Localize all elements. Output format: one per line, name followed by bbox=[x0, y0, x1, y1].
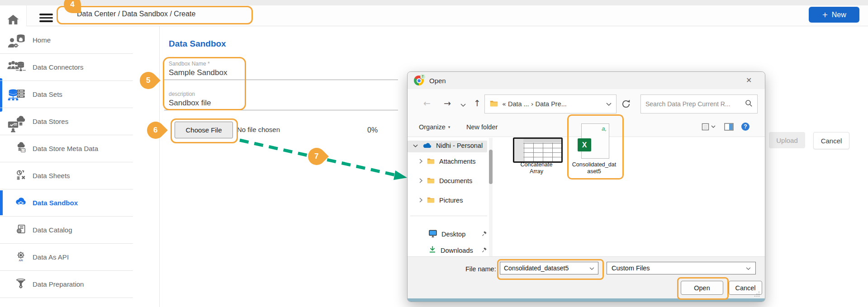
sidebar-item-data-sandbox[interactable]: Data Sandbox bbox=[0, 189, 133, 217]
data-sets-icon bbox=[15, 88, 27, 101]
tree-item-onedrive[interactable]: Nidhi - Personal bbox=[413, 141, 483, 150]
folder-icon bbox=[427, 196, 435, 205]
address-separator: › bbox=[531, 100, 534, 108]
cancel-button[interactable]: Cancel bbox=[813, 132, 849, 149]
refresh-icon[interactable] bbox=[621, 99, 631, 111]
excel-x-glyph: X bbox=[582, 141, 587, 149]
filetype-select[interactable]: Custom Files bbox=[607, 262, 756, 274]
file-label-line: Consolidated_dat bbox=[566, 161, 622, 168]
data-catalog-icon bbox=[15, 223, 27, 236]
sidebar-label: Data Sheets bbox=[33, 172, 70, 179]
sidebar-item-home[interactable]: Home bbox=[0, 27, 133, 54]
data-connectors-icon bbox=[15, 61, 27, 74]
sidebar-item-data-catalog[interactable]: Data Catalog bbox=[0, 217, 133, 244]
sidebar-label: Data Store Meta Data bbox=[33, 145, 98, 152]
sidebar-label: Data Sandbox bbox=[33, 199, 78, 207]
chevron-down-icon bbox=[746, 264, 751, 272]
tree-scrollbar-thumb[interactable] bbox=[489, 150, 493, 184]
sidebar-item-data-as-api[interactable]: API Data As API bbox=[0, 244, 133, 271]
file-status-text: No file chosen bbox=[237, 126, 280, 133]
pin-icon bbox=[482, 247, 487, 254]
chrome-icon: ↑ bbox=[414, 76, 424, 85]
search-input[interactable]: Search Data Prep Current R... bbox=[640, 94, 758, 113]
dialog-title-bar[interactable]: ↑ Open bbox=[408, 72, 765, 89]
open-button[interactable]: Open bbox=[681, 281, 723, 295]
up-icon[interactable]: ↑ bbox=[474, 98, 481, 108]
tree-divider bbox=[410, 216, 487, 216]
sidebar-label: Data Sets bbox=[33, 90, 62, 98]
sidebar-label: Data Connectors bbox=[33, 63, 84, 71]
sidebar-label: Data Catalog bbox=[33, 226, 72, 234]
tree-item-attachments[interactable]: Attachments bbox=[419, 157, 476, 166]
tree-item-documents[interactable]: Documents bbox=[419, 176, 472, 185]
sidebar-item-data-store-meta-data[interactable]: </> Data Store Meta Data bbox=[0, 135, 133, 162]
tree-label: Attachments bbox=[439, 158, 476, 165]
sidebar-label: Data Preparation bbox=[33, 280, 84, 288]
file-consolidated-dataset5-label[interactable]: Consolidated_dat aset5 bbox=[566, 161, 622, 175]
badge-5-number: 5 bbox=[146, 76, 150, 85]
file-concatenate-array-icon[interactable] bbox=[513, 137, 563, 163]
file-label-line: aset5 bbox=[566, 168, 622, 175]
tree-item-desktop[interactable]: Desktop bbox=[428, 229, 487, 239]
data-sandbox-icon bbox=[15, 196, 27, 209]
badge-7-number: 7 bbox=[314, 152, 318, 161]
close-icon[interactable]: ✕ bbox=[746, 76, 752, 85]
pin-icon bbox=[482, 231, 487, 238]
back-icon[interactable]: ← bbox=[423, 98, 431, 108]
badge-6-number: 6 bbox=[153, 126, 157, 135]
forward-icon[interactable]: → bbox=[444, 98, 451, 108]
svg-text:</>: </> bbox=[21, 149, 25, 151]
menu-icon[interactable] bbox=[39, 12, 53, 24]
folder-icon bbox=[427, 157, 435, 166]
file-label-line: Concatenate bbox=[510, 161, 563, 168]
plus-icon: + bbox=[822, 10, 828, 19]
sidebar-item-data-connectors[interactable]: Data Connectors bbox=[0, 54, 133, 81]
upload-button[interactable]: Upload bbox=[769, 132, 805, 148]
downloads-icon bbox=[428, 246, 436, 255]
sidebar-item-data-preparation[interactable]: Data Preparation bbox=[0, 271, 133, 298]
tree-item-pictures[interactable]: Pictures bbox=[419, 196, 463, 205]
new-button-label: New bbox=[832, 11, 846, 19]
filename-input[interactable]: Consolidated_dataset5 bbox=[500, 262, 598, 274]
organize-menu[interactable]: Organize ▾ bbox=[419, 123, 450, 131]
tree-label: Documents bbox=[439, 177, 472, 184]
sidebar-label: Data As API bbox=[33, 253, 69, 261]
home-icon[interactable] bbox=[6, 13, 20, 28]
annotation-box-choose-file bbox=[171, 118, 238, 143]
new-folder-button[interactable]: New folder bbox=[466, 123, 498, 131]
address-bar[interactable]: « Data ... › Data Pre... bbox=[484, 94, 617, 113]
organize-label: Organize bbox=[419, 123, 446, 131]
search-icon bbox=[745, 99, 753, 109]
tree-label: Pictures bbox=[439, 197, 463, 204]
resize-grip-icon[interactable] bbox=[754, 291, 760, 299]
sidebar-label: Data Stores bbox=[33, 118, 68, 125]
address-dropdown-icon[interactable] bbox=[606, 100, 612, 108]
chevron-down-icon[interactable] bbox=[589, 264, 594, 272]
sidebar-item-data-sheets[interactable]: Data Sheets bbox=[0, 162, 133, 189]
file-concatenate-array-label[interactable]: Concatenate Array bbox=[510, 161, 563, 175]
new-button[interactable]: + New bbox=[809, 7, 859, 23]
data-preparation-icon bbox=[15, 278, 27, 291]
help-icon[interactable]: ? bbox=[741, 123, 749, 131]
file-label-line: Array bbox=[510, 168, 563, 175]
address-crumb-2[interactable]: Data Pre... bbox=[536, 100, 567, 108]
search-placeholder: Search Data Prep Current R... bbox=[645, 100, 730, 108]
dialog-title: Open bbox=[429, 77, 446, 85]
tree-item-downloads[interactable]: Downloads bbox=[428, 246, 487, 255]
tree-label: Desktop bbox=[441, 231, 465, 238]
recent-locations-icon[interactable] bbox=[460, 101, 466, 109]
breadcrumb[interactable]: Data Center / Data Sandbox / Create bbox=[77, 10, 195, 18]
folder-icon bbox=[427, 176, 435, 185]
sidebar-item-data-sets[interactable]: Data Sets bbox=[0, 81, 133, 108]
preview-pane-icon[interactable] bbox=[724, 123, 734, 132]
filename-value: Consolidated_dataset5 bbox=[504, 264, 569, 272]
address-crumb-1[interactable]: Data ... bbox=[508, 100, 529, 108]
sidebar-item-data-stores[interactable]: Data Stores bbox=[0, 108, 133, 135]
folder-icon bbox=[489, 99, 498, 109]
address-prefix: « bbox=[502, 100, 506, 108]
view-options-icon[interactable] bbox=[702, 123, 716, 131]
filename-label: File name: bbox=[465, 265, 496, 273]
svg-text:API: API bbox=[19, 259, 23, 262]
chevron-right-icon bbox=[419, 158, 422, 165]
excel-a-glyph: a, bbox=[602, 125, 607, 132]
